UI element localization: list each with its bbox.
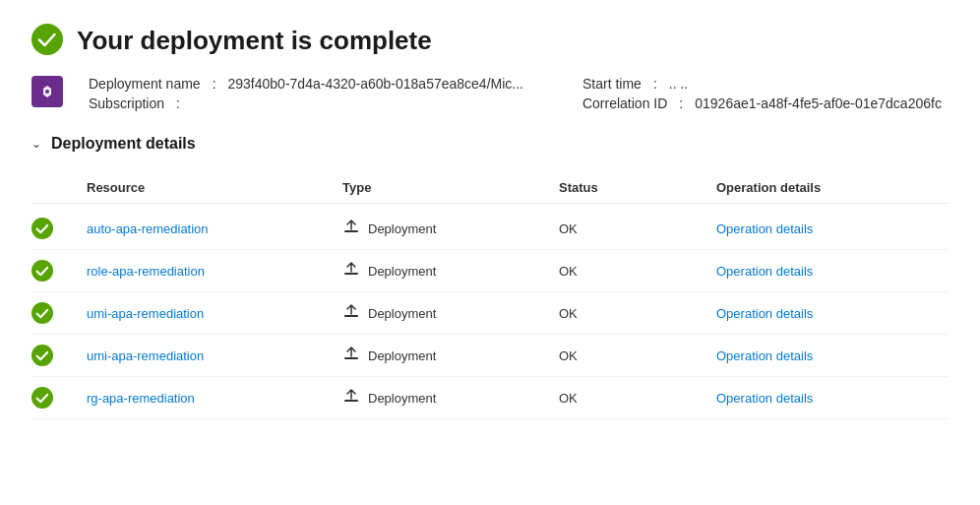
row-type-text: Deployment [368, 391, 436, 406]
deploy-icon [342, 219, 360, 239]
svg-point-3 [31, 218, 53, 239]
deploy-icon [342, 261, 360, 282]
deploy-icon [342, 388, 360, 409]
operation-details-link[interactable]: Operation details [716, 221, 813, 236]
row-type-text: Deployment [368, 306, 436, 321]
row-status-text: OK [559, 391, 716, 406]
row-type-text: Deployment [368, 221, 436, 236]
row-type-text: Deployment [368, 348, 436, 363]
header-section: Your deployment is complete [31, 24, 949, 58]
row-resource[interactable]: umi-apa-remediation [87, 305, 342, 321]
table-row: role-apa-remediation Deployment OK Opera… [31, 250, 949, 292]
table-row: auto-apa-remediation Deployment OK Opera… [31, 208, 949, 250]
col-status-label-header: Status [559, 180, 716, 195]
svg-rect-10 [344, 357, 358, 359]
subscription-row: Subscription : [89, 95, 523, 111]
table-row: umi-apa-remediation Deployment OK Operat… [31, 335, 949, 377]
row-status-text: OK [559, 221, 716, 236]
row-status-text: OK [559, 348, 716, 363]
row-status-text: OK [559, 306, 716, 321]
row-op-details[interactable]: Operation details [716, 221, 949, 236]
row-status-icon [31, 387, 87, 409]
table-row: umi-apa-remediation Deployment OK Operat… [31, 292, 949, 335]
svg-point-5 [31, 260, 53, 282]
start-time-row: Start time : .. .. [582, 76, 949, 92]
meta-block: Deployment name : 293f40b0-7d4a-4320-a60… [89, 76, 949, 111]
resource-link[interactable]: umi-apa-remediation [87, 306, 204, 321]
operation-details-link[interactable]: Operation details [716, 264, 813, 279]
section-title: Deployment details [51, 135, 196, 153]
subscription-colon: : [170, 95, 186, 111]
svg-point-9 [31, 345, 53, 366]
svg-rect-8 [344, 315, 358, 317]
correlation-id-value: 01926ae1-a48f-4fe5-af0e-01e7dca206fc [695, 95, 942, 111]
row-op-details[interactable]: Operation details [716, 305, 949, 321]
correlation-id-colon: : [673, 95, 689, 111]
operation-details-link[interactable]: Operation details [716, 306, 813, 321]
deployment-name-label: Deployment name [89, 76, 201, 92]
resource-link[interactable]: role-apa-remediation [87, 264, 205, 279]
subscription-label: Subscription [89, 95, 164, 111]
start-time-value: .. .. [669, 76, 688, 92]
row-type-text: Deployment [368, 264, 436, 279]
row-status-icon [31, 345, 87, 366]
row-type: Deployment [342, 219, 559, 239]
deploy-icon [342, 346, 360, 366]
deployment-name-colon: : [207, 76, 222, 92]
resource-link[interactable]: rg-apa-remediation [87, 391, 195, 406]
start-time-label: Start time [582, 76, 642, 92]
resource-icon [31, 76, 75, 107]
correlation-id-label: Correlation ID [582, 95, 667, 111]
operation-details-link[interactable]: Operation details [716, 391, 813, 406]
resource-link[interactable]: auto-apa-remediation [87, 221, 209, 236]
deployment-table: Resource Type Status Operation details a… [31, 172, 949, 419]
svg-point-2 [45, 90, 49, 94]
row-type: Deployment [342, 388, 559, 409]
col-type-header: Type [342, 180, 559, 195]
resource-link[interactable]: umi-apa-remediation [87, 348, 204, 363]
row-type: Deployment [342, 346, 559, 366]
svg-rect-12 [344, 400, 358, 402]
svg-point-7 [31, 302, 53, 324]
col-op-details-header: Operation details [716, 180, 949, 195]
deploy-icon [342, 303, 360, 324]
row-status-icon [31, 260, 87, 282]
row-resource[interactable]: auto-apa-remediation [87, 221, 342, 236]
row-resource[interactable]: role-apa-remediation [87, 263, 342, 279]
row-resource[interactable]: rg-apa-remediation [87, 390, 342, 406]
col-status-header [31, 180, 87, 195]
row-status-icon [31, 302, 87, 324]
svg-point-11 [31, 387, 53, 409]
row-status-icon [31, 218, 87, 239]
correlation-id-row: Correlation ID : 01926ae1-a48f-4fe5-af0e… [582, 95, 949, 111]
table-row: rg-apa-remediation Deployment OK Operati… [31, 377, 949, 419]
svg-rect-4 [344, 230, 358, 232]
page-title: Your deployment is complete [77, 26, 432, 56]
operation-details-link[interactable]: Operation details [716, 348, 813, 363]
row-status-text: OK [559, 264, 716, 279]
table-body: auto-apa-remediation Deployment OK Opera… [31, 208, 949, 419]
table-header: Resource Type Status Operation details [31, 172, 949, 204]
row-type: Deployment [342, 261, 559, 282]
row-op-details[interactable]: Operation details [716, 390, 949, 406]
row-resource[interactable]: umi-apa-remediation [87, 347, 342, 363]
deployment-name-row: Deployment name : 293f40b0-7d4a-4320-a60… [89, 76, 523, 92]
deployment-name-value: 293f40b0-7d4a-4320-a60b-018a57ea8ce4/Mic… [228, 76, 523, 92]
col-resource-header: Resource [87, 180, 342, 195]
row-op-details[interactable]: Operation details [716, 347, 949, 363]
row-type: Deployment [342, 303, 559, 324]
chevron-down-icon: ⌄ [31, 137, 41, 151]
start-time-colon: : [647, 76, 663, 92]
svg-point-0 [31, 24, 63, 55]
section-toggle[interactable]: ⌄ Deployment details [31, 135, 949, 153]
row-op-details[interactable]: Operation details [716, 263, 949, 279]
success-icon [31, 24, 63, 58]
svg-rect-6 [344, 273, 358, 275]
deployment-details-section: ⌄ Deployment details Resource Type Statu… [31, 135, 949, 419]
